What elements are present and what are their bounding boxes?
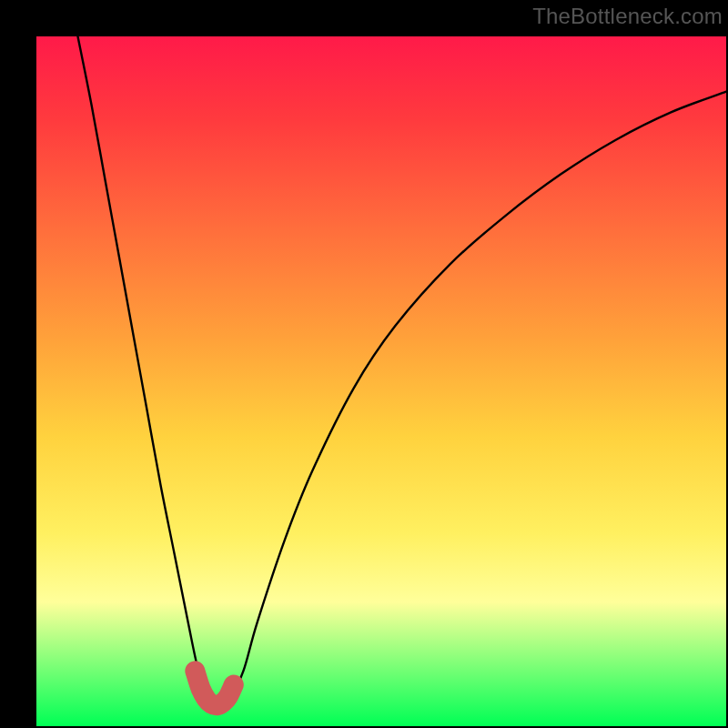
curve-svg bbox=[36, 36, 726, 726]
watermark-text: TheBottleneck.com bbox=[532, 4, 723, 29]
bottleneck-curve bbox=[77, 36, 726, 705]
chart-frame: TheBottleneck.com bbox=[0, 0, 728, 728]
plot-area bbox=[36, 36, 726, 726]
trough-highlight bbox=[195, 671, 233, 705]
